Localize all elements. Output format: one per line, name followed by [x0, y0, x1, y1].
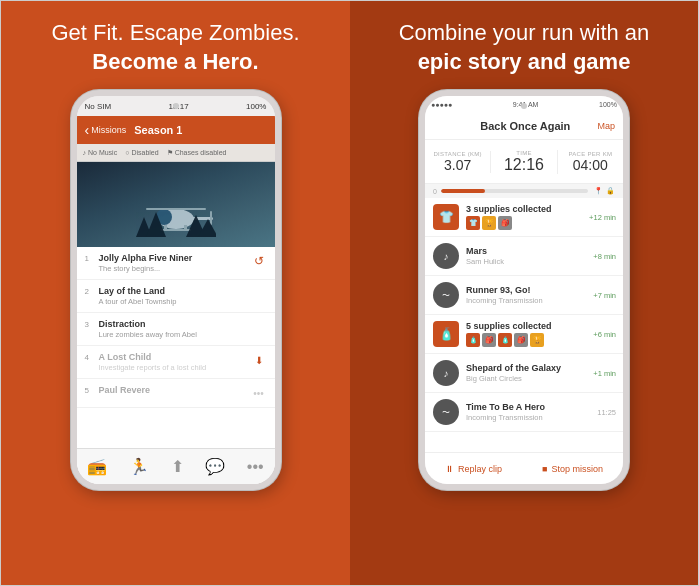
activity-info-1: 3 supplies collected 👕 🏆 🎒 — [466, 204, 583, 230]
right-headline-line1: Combine your run with an — [399, 20, 650, 45]
tab-run-icon[interactable]: 🏃 — [129, 457, 149, 476]
activity-title-5: Shepard of the Galaxy — [466, 363, 587, 373]
activity-list: 👕 3 supplies collected 👕 🏆 🎒 +12 min ♪ — [425, 198, 623, 452]
progress-icons: 📍 🔒 — [594, 187, 615, 195]
dots-icon: ••• — [251, 385, 267, 401]
activity-subtitle-3: Incoming Transmission — [466, 296, 587, 305]
mission-desc-2: A tour of Abel Township — [99, 297, 267, 306]
nav-back-button[interactable]: Missions — [85, 122, 127, 138]
right-phone-camera — [521, 103, 527, 109]
left-headline: Get Fit. Escape Zombies. Become a Hero. — [51, 19, 299, 76]
time-value: 12:16 — [504, 156, 544, 174]
mission-item-3[interactable]: 3 Distraction Lure zombies away from Abe… — [77, 313, 275, 346]
mission-item-2[interactable]: 2 Lay of the Land A tour of Abel Townshi… — [77, 280, 275, 313]
music-icon-2: ♪ — [433, 360, 459, 386]
mission-info-4: A Lost Child Investigate reports of a lo… — [99, 352, 251, 372]
pace-value: 04:00 — [573, 157, 608, 173]
carrier-text: No SIM — [85, 102, 112, 111]
mission-item-1[interactable]: 1 Jolly Alpha Five Niner The story begin… — [77, 247, 275, 280]
activity-title-4: 5 supplies collected — [466, 321, 587, 331]
mission-name-1: Jolly Alpha Five Niner — [99, 253, 251, 263]
badge-trophy2: 🏆 — [530, 333, 544, 347]
activity-item-5: ♪ Shepard of the Galaxy Big Giant Circle… — [425, 354, 623, 393]
download-icon: ⬇ — [251, 352, 267, 368]
nav-bar-left: Missions Season 1 — [77, 116, 275, 144]
mission-info-1: Jolly Alpha Five Niner The story begins.… — [99, 253, 251, 273]
badge-bag: 🎒 — [498, 216, 512, 230]
badge-trophy: 🏆 — [482, 216, 496, 230]
stop-mission-button[interactable]: ■ Stop mission — [542, 464, 603, 474]
right-headline: Combine your run with an epic story and … — [399, 19, 650, 76]
nav-back-label: Missions — [91, 125, 126, 135]
right-panel: Combine your run with an epic story and … — [350, 1, 698, 585]
mission-name-5: Paul Revere — [99, 385, 251, 395]
progress-start: 0 — [433, 188, 437, 195]
stop-icon: ■ — [542, 464, 547, 474]
circle-icon: ○ — [125, 149, 129, 156]
chevron-left-icon — [85, 122, 90, 138]
activity-title-1: 3 supplies collected — [466, 204, 583, 214]
right-headline-line2: epic story and game — [418, 49, 631, 74]
audio-icon-2: ♪ — [432, 359, 460, 387]
activity-info-6: Time To Be A Hero Incoming Transmission — [466, 402, 591, 422]
right-battery: 100% — [599, 101, 617, 108]
mission-desc-3: Lure zombies away from Abel — [99, 330, 267, 339]
left-panel: Get Fit. Escape Zombies. Become a Hero. … — [1, 1, 350, 585]
activity-info-5: Shepard of the Galaxy Big Giant Circles — [466, 363, 587, 383]
mission-item-4[interactable]: 4 A Lost Child Investigate reports of a … — [77, 346, 275, 379]
svg-rect-2 — [210, 211, 212, 225]
stop-label: Stop mission — [551, 464, 603, 474]
tab-radio-icon[interactable]: 📻 — [87, 457, 107, 476]
supply-icon-1: 👕 — [432, 203, 460, 231]
progress-bar — [441, 189, 588, 193]
badge-bag4: 🎒 — [514, 333, 528, 347]
transmission-icon-2: 〜 — [433, 399, 459, 425]
mission-name-2: Lay of the Land — [99, 286, 267, 296]
right-phone: ●●●●● 9:41 AM 100% Back Once Again Map D… — [419, 90, 629, 490]
distance-stat: Distance (km) 3.07 — [425, 151, 491, 173]
progress-bar-fill — [441, 189, 485, 193]
activity-title-6: Time To Be A Hero — [466, 402, 591, 412]
activity-item-1: 👕 3 supplies collected 👕 🏆 🎒 +12 min — [425, 198, 623, 237]
nav-title-right: Back Once Again — [480, 120, 570, 132]
mission-info-3: Distraction Lure zombies away from Abel — [99, 319, 267, 339]
mission-number-5: 5 — [85, 386, 95, 395]
mission-info-5: Paul Revere — [99, 385, 251, 395]
activity-item-3: 〜 Runner 93, Go! Incoming Transmission +… — [425, 276, 623, 315]
activity-time-4: +6 min — [593, 330, 616, 339]
stats-row: Distance (km) 3.07 TIME 12:16 Pace per k… — [425, 140, 623, 184]
nav-bar-right: Back Once Again Map — [425, 112, 623, 140]
badge-shirt: 👕 — [466, 216, 480, 230]
chases-item: ○ Disabled — [125, 149, 158, 156]
mission-number-3: 3 — [85, 320, 95, 329]
audio-icon-1: ♪ — [432, 242, 460, 270]
tab-more-icon[interactable]: ••• — [247, 458, 264, 476]
activity-time-5: +1 min — [593, 369, 616, 378]
replay-label: Replay clip — [458, 464, 502, 474]
mission-name-4: A Lost Child — [99, 352, 251, 362]
pause-icon: ⏸ — [445, 464, 454, 474]
map-pin-icon: 📍 — [594, 187, 603, 195]
shield-icon: 🔒 — [606, 187, 615, 195]
svg-rect-6 — [184, 225, 187, 230]
mission-item-5[interactable]: 5 Paul Revere ••• — [77, 379, 275, 408]
battery-text: 100% — [246, 102, 266, 111]
replay-clip-button[interactable]: ⏸ Replay clip — [445, 464, 502, 474]
tab-share-icon[interactable]: ⬆ — [171, 457, 184, 476]
tab-chat-icon[interactable]: 💬 — [205, 457, 225, 476]
helicopter-icon — [136, 187, 216, 237]
supply-badges-2: 🧴 🎒 🧴 🎒 🏆 — [466, 333, 587, 347]
bottle-icon: 🧴 — [433, 321, 459, 347]
supply-badges-1: 👕 🏆 🎒 — [466, 216, 583, 230]
mission-name-3: Distraction — [99, 319, 267, 329]
mission-info-2: Lay of the Land A tour of Abel Township — [99, 286, 267, 306]
pace-stat: Pace per km 04:00 — [558, 151, 623, 173]
wave-icon-2: 〜 — [432, 398, 460, 426]
bottom-bar-right: ⏸ Replay clip ■ Stop mission — [425, 452, 623, 484]
badge-bottle: 🧴 — [466, 333, 480, 347]
supply-icon-2: 🧴 — [432, 320, 460, 348]
time-stat: TIME 12:16 — [491, 150, 557, 174]
activity-subtitle-2: Sam Hulick — [466, 257, 587, 266]
phone-screen-left: Missions Season 1 ♪ No Music ○ Disabled … — [77, 116, 275, 484]
map-button[interactable]: Map — [597, 121, 615, 131]
